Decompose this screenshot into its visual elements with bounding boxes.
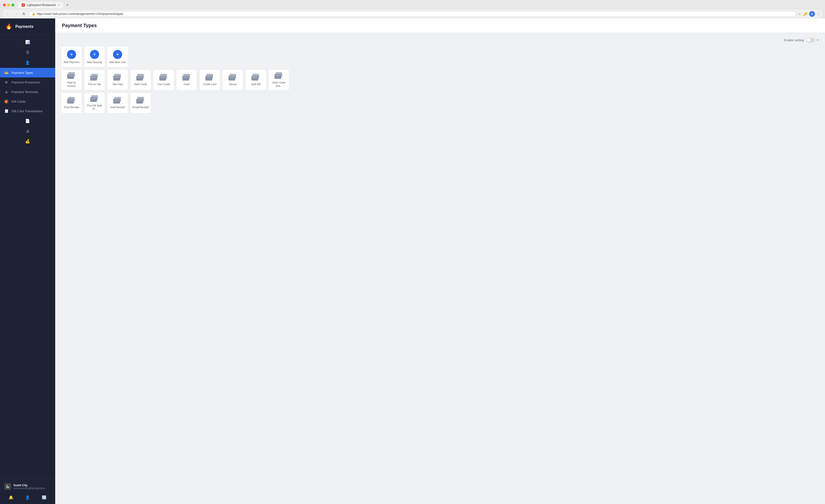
add-new-line-label: Add New Line — [109, 61, 126, 64]
add-payment-label: Add Payment — [64, 61, 79, 64]
minimize-window-button[interactable] — [7, 4, 10, 6]
reload-button[interactable]: ↻ — [21, 11, 27, 16]
sidebar-user-email: emma.overton@lightspeedhq... — [13, 487, 47, 490]
payment-types-icon: 💳 — [4, 70, 9, 75]
open-cash-drawer-label: Open Cash Dra... — [271, 81, 287, 88]
browser-tab[interactable]: ⚡ Lightspeed Restaurant ✕ — [18, 2, 63, 8]
add-payment-card[interactable]: + Add Payment — [61, 46, 82, 67]
sidebar-item-payment-processors[interactable]: ⚙ Payment Processors — [0, 77, 55, 87]
add-credit-label: Add Credit — [134, 82, 147, 86]
close-window-button[interactable] — [3, 4, 6, 6]
sidebar-item-payment-types[interactable]: 💳 Payment Types — [0, 68, 55, 77]
sidebar-nav: 📊 ☰ 👤 💳 Payment Types ⚙ Payment Processo… — [0, 35, 55, 479]
use-credit-card[interactable]: Use Credit — [153, 69, 174, 90]
bookmark-icon[interactable]: ☆ — [798, 12, 801, 16]
key-icon[interactable]: 🔑 — [803, 12, 807, 16]
forward-button[interactable]: → — [13, 11, 19, 16]
add-spacing-label: Add Spacing — [87, 61, 102, 64]
list-icon: ☰ — [26, 50, 29, 55]
toggle-knob — [807, 38, 811, 42]
sorting-bar: Enable sorting ✕ — [61, 37, 819, 43]
sidebar-icon-list[interactable]: ☰ — [0, 47, 55, 58]
address-bar[interactable]: 🔒 https://nae2-web.posios.com/management… — [29, 11, 796, 17]
sidebar-icon-print[interactable]: 🖨 — [0, 126, 55, 136]
add-new-line-icon: + — [113, 50, 122, 59]
app-name: Payments — [15, 24, 33, 29]
split-bill-label: Split Bill — [251, 82, 260, 86]
void-receipt-card[interactable]: Void Receipt — [107, 92, 128, 113]
user-icon[interactable]: 👤 — [24, 494, 31, 501]
tab-paid-icon — [113, 74, 122, 81]
email-receipt-icon — [136, 97, 145, 104]
email-receipt-card[interactable]: Email Receipt — [130, 92, 151, 113]
maximize-window-button[interactable] — [11, 4, 14, 6]
browser-chrome: ⚡ Lightspeed Restaurant ✕ + ← → ↻ 🔒 http… — [0, 0, 825, 18]
add-spacing-card[interactable]: + Add Spacing — [84, 46, 105, 67]
sidebar-item-gift-card-transactions[interactable]: 🧾 Gift Card Transactions — [0, 106, 55, 116]
sidebar-item-payment-terminals[interactable]: 🖨 Payment Terminals — [0, 87, 55, 97]
enable-sorting-label: Enable sorting — [784, 38, 804, 42]
back-button[interactable]: ← — [5, 11, 11, 16]
tab-close-button[interactable]: ✕ — [58, 4, 60, 7]
use-credit-icon — [159, 74, 168, 81]
print-all-split-label: Print All Split R... — [86, 104, 103, 111]
print-receipt-icon — [67, 97, 76, 104]
put-on-tab-card[interactable]: Put on Tab — [84, 69, 105, 90]
split-bill-card[interactable]: Split Bill — [245, 69, 267, 90]
sidebar-item-label-gift-cards: Gift Cards — [11, 100, 26, 103]
paid-by-invoice-icon — [67, 72, 76, 79]
gift-card-transactions-icon: 🧾 — [4, 109, 9, 113]
add-spacing-icon: + — [90, 50, 99, 59]
add-credit-icon — [136, 74, 145, 81]
sidebar-item-label-payment-processors: Payment Processors — [11, 81, 40, 84]
sidebar-item-label-gift-card-transactions: Gift Card Transactions — [11, 109, 43, 113]
payments-nav-section: 💳 Payment Types ⚙ Payment Processors 🖨 P… — [0, 68, 55, 116]
split-bill-icon — [251, 74, 260, 81]
payment-grid: + Add Payment + Add Spacing + Add New Li… — [61, 46, 819, 113]
menu-icon[interactable]: ⋮ — [817, 12, 820, 16]
user-avatar[interactable]: E — [809, 11, 815, 17]
tab-paid-card[interactable]: Tab Paid — [107, 69, 128, 90]
reports-icon: 📄 — [25, 119, 30, 123]
tab-favicon: ⚡ — [22, 3, 25, 7]
paid-by-invoice-card[interactable]: Paid by Invoice — [61, 69, 82, 90]
add-credit-card[interactable]: Add Credit — [130, 69, 151, 90]
toolbar-actions: ☆ 🔑 E ⋮ — [798, 11, 820, 17]
sidebar-icon-person[interactable]: 👤 — [0, 58, 55, 68]
notifications-icon[interactable]: 🔔 — [7, 494, 15, 501]
sidebar-icon-payments-nav[interactable]: 💰 — [0, 136, 55, 147]
payment-types-row1: Paid by Invoice Put on Tab Tab Paid — [61, 69, 819, 90]
void-receipt-label: Void Receipt — [110, 105, 125, 109]
open-cash-drawer-card[interactable]: Open Cash Dra... — [268, 69, 289, 90]
credit-card-icon — [205, 74, 214, 81]
add-new-line-card[interactable]: + Add New Line — [107, 46, 128, 67]
cash-icon — [182, 74, 191, 81]
payments-nav-icon: 💰 — [25, 139, 30, 144]
new-tab-button[interactable]: + — [66, 3, 69, 8]
sidebar-icon-reports[interactable]: 📄 — [0, 116, 55, 126]
credit-card-card[interactable]: Credit Card — [199, 69, 220, 90]
print-receipt-label: Print Receipt — [64, 105, 79, 109]
credit-card-label: Credit Card — [203, 82, 216, 86]
enable-sorting-toggle[interactable]: ✕ — [806, 37, 819, 43]
cash-card[interactable]: Cash — [176, 69, 197, 90]
sidebar-user-name: Sushi City — [13, 484, 47, 487]
paid-by-invoice-label: Paid by Invoice — [63, 81, 80, 88]
sidebar-user-info: Sushi City emma.overton@lightspeedhq... — [13, 484, 47, 490]
print-receipt-card[interactable]: Print Receipt — [61, 92, 82, 113]
interac-card[interactable]: Interac — [222, 69, 243, 90]
use-credit-label: Use Credit — [157, 82, 170, 86]
interac-icon — [228, 74, 237, 81]
sidebar-bottom-icons: 🔔 👤 🔄 — [3, 491, 52, 501]
toggle-close-button[interactable]: ✕ — [816, 38, 819, 42]
sidebar-item-gift-cards[interactable]: 🎁 Gift Cards — [0, 97, 55, 106]
sidebar-user-avatar: 🏪 — [4, 483, 11, 490]
sidebar-user[interactable]: 🏪 Sushi City emma.overton@lightspeedhq..… — [3, 482, 52, 491]
switch-icon[interactable]: 🔄 — [40, 494, 48, 501]
toggle-switch[interactable] — [806, 37, 815, 43]
print-all-split-card[interactable]: Print All Split R... — [84, 92, 105, 113]
email-receipt-label: Email Receipt — [133, 105, 149, 109]
sidebar-icon-charts[interactable]: 📊 — [0, 37, 55, 47]
browser-titlebar: ⚡ Lightspeed Restaurant ✕ + — [3, 2, 822, 8]
traffic-lights — [3, 4, 14, 6]
